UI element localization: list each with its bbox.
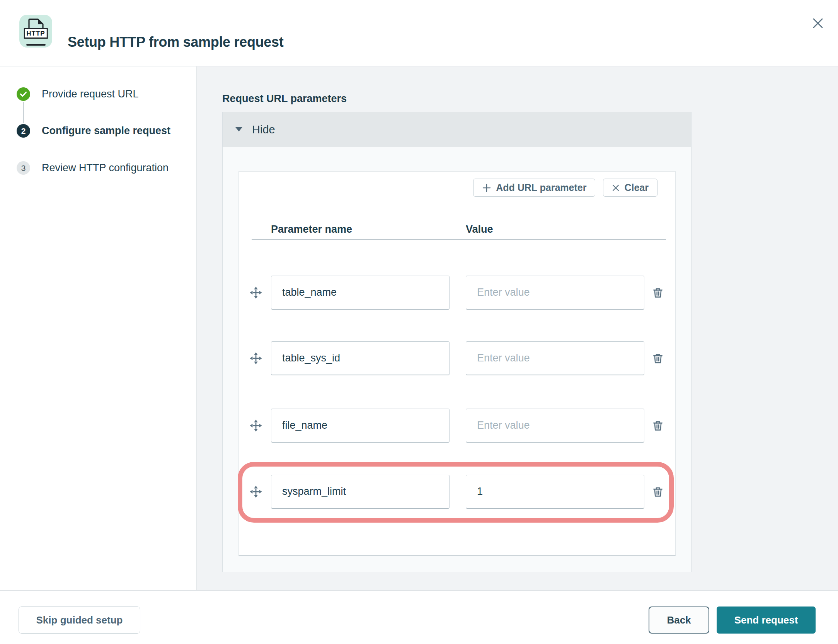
trash-icon[interactable] [651,286,665,300]
clear-x-icon [612,184,620,192]
parameter-value-input[interactable] [466,409,644,443]
dialog-footer: Skip guided setup Back Send request [0,590,838,644]
chevron-down-icon [235,127,242,132]
step-provide-request-url[interactable]: Provide request URL [17,87,139,101]
step-label: Configure sample request [42,125,170,137]
http-file-icon: HTTP [19,15,52,48]
wizard-steps-sidebar: Provide request URL 2 Configure sample r… [0,66,197,590]
add-url-parameter-label: Add URL parameter [496,182,586,193]
parameter-name-input[interactable] [271,341,450,375]
section-title: Request URL parameters [222,93,347,105]
trash-icon[interactable] [651,485,665,499]
parameters-toolbar: Add URL parameter Clear [473,179,657,197]
collapse-label: Hide [252,123,275,136]
main-content: Request URL parameters Hide Add URL para… [197,66,838,590]
column-header-parameter-name: Parameter name [271,223,352,235]
check-icon [17,87,30,101]
drag-handle-icon[interactable] [249,352,263,366]
param-row-sysparm-limit [239,475,675,509]
param-row-table-sys-id [239,341,675,375]
parameters-card: Add URL parameter Clear Parameter name V… [238,171,676,556]
skip-guided-setup-button[interactable]: Skip guided setup [19,607,140,634]
send-request-button[interactable]: Send request [717,607,816,634]
table-header-divider [252,239,666,240]
param-row-file-name [239,409,675,443]
step-number-badge: 2 [17,124,30,138]
trash-icon[interactable] [651,352,665,366]
step-label: Review HTTP configuration [42,162,169,174]
step-configure-sample-request[interactable]: 2 Configure sample request [17,124,170,138]
column-header-value: Value [466,223,493,235]
trash-icon[interactable] [651,419,665,433]
parameter-name-input[interactable] [271,276,450,310]
close-icon[interactable] [809,15,826,32]
setup-http-dialog: HTTP Setup HTTP from sample request Prov… [0,0,838,644]
drag-handle-icon[interactable] [249,419,263,433]
collapse-toggle[interactable]: Hide [223,112,691,147]
param-row-table-name [239,276,675,310]
drag-handle-icon[interactable] [249,286,263,300]
http-icon-underline [26,44,46,46]
back-button[interactable]: Back [649,607,709,634]
clear-label: Clear [624,182,649,193]
parameter-value-input[interactable] [466,276,644,310]
step-review-http-configuration[interactable]: 3 Review HTTP configuration [17,161,169,175]
clear-button[interactable]: Clear [603,179,657,197]
parameter-name-input[interactable] [271,475,450,509]
parameter-value-input[interactable] [466,475,644,509]
plus-icon [482,183,491,193]
step-connector-line [23,102,24,123]
add-url-parameter-button[interactable]: Add URL parameter [473,179,595,197]
parameter-name-input[interactable] [271,409,450,443]
http-icon-label: HTTP [24,28,48,39]
step-label: Provide request URL [42,88,139,100]
dialog-header: HTTP Setup HTTP from sample request [0,0,838,66]
url-parameters-panel: Hide Add URL parameter Clear [222,112,692,572]
drag-handle-icon[interactable] [249,485,263,499]
parameter-value-input[interactable] [466,341,644,375]
step-number-badge: 3 [17,161,30,175]
page-title: Setup HTTP from sample request [68,9,283,75]
